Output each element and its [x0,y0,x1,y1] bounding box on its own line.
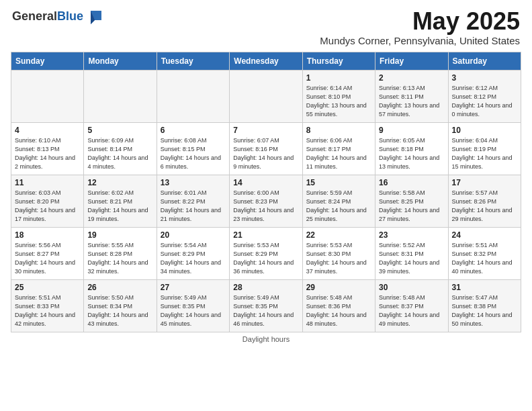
day-info: Sunrise: 6:01 AM Sunset: 8:22 PM Dayligh… [161,189,226,224]
day-info: Sunrise: 5:57 AM Sunset: 8:26 PM Dayligh… [452,189,517,224]
day-number: 28 [233,283,298,292]
day-number: 29 [306,283,371,292]
day-info: Sunrise: 5:56 AM Sunset: 8:27 PM Dayligh… [15,241,80,276]
header-thursday: Thursday [302,52,375,70]
week-row-1: 1Sunrise: 6:14 AM Sunset: 8:10 PM Daylig… [11,70,521,122]
day-number: 6 [161,126,226,135]
day-info: Sunrise: 6:06 AM Sunset: 8:17 PM Dayligh… [306,136,371,171]
header-row: SundayMondayTuesdayWednesdayThursdayFrid… [11,52,521,70]
header-sunday: Sunday [11,52,84,70]
day-info: Sunrise: 5:58 AM Sunset: 8:25 PM Dayligh… [379,189,444,224]
day-info: Sunrise: 5:49 AM Sunset: 8:35 PM Dayligh… [161,293,226,328]
day-info: Sunrise: 6:03 AM Sunset: 8:20 PM Dayligh… [15,189,80,224]
day-info: Sunrise: 5:51 AM Sunset: 8:33 PM Dayligh… [15,293,80,328]
day-cell: 22Sunrise: 5:53 AM Sunset: 8:30 PM Dayli… [302,227,375,279]
day-info: Sunrise: 5:54 AM Sunset: 8:29 PM Dayligh… [161,241,226,276]
calendar-body: 1Sunrise: 6:14 AM Sunset: 8:10 PM Daylig… [11,70,521,332]
day-number: 9 [379,126,444,135]
day-number: 16 [379,178,444,187]
header-friday: Friday [375,52,448,70]
day-cell: 29Sunrise: 5:48 AM Sunset: 8:36 PM Dayli… [302,279,375,332]
day-number: 19 [87,230,152,240]
week-row-5: 25Sunrise: 5:51 AM Sunset: 8:33 PM Dayli… [11,279,521,332]
day-info: Sunrise: 5:48 AM Sunset: 8:36 PM Dayligh… [306,293,371,328]
day-cell: 18Sunrise: 5:56 AM Sunset: 8:27 PM Dayli… [11,227,84,279]
week-row-2: 4Sunrise: 6:10 AM Sunset: 8:13 PM Daylig… [11,122,521,175]
day-info: Sunrise: 5:48 AM Sunset: 8:37 PM Dayligh… [379,293,444,328]
subtitle: Mundys Corner, Pennsylvania, United Stat… [320,35,520,46]
day-info: Sunrise: 5:47 AM Sunset: 8:38 PM Dayligh… [452,293,517,328]
day-info: Sunrise: 5:55 AM Sunset: 8:28 PM Dayligh… [87,241,152,276]
day-number: 10 [452,126,517,135]
day-cell: 15Sunrise: 5:59 AM Sunset: 8:24 PM Dayli… [302,175,375,227]
logo-icon [85,8,103,26]
day-cell: 26Sunrise: 5:50 AM Sunset: 8:34 PM Dayli… [84,279,157,332]
day-info: Sunrise: 5:59 AM Sunset: 8:24 PM Dayligh… [306,189,371,224]
day-cell [84,70,157,122]
day-info: Sunrise: 5:53 AM Sunset: 8:29 PM Dayligh… [233,241,298,276]
footer: Daylight hours [0,332,532,345]
day-cell [230,70,302,122]
day-info: Sunrise: 6:09 AM Sunset: 8:14 PM Dayligh… [87,136,152,171]
day-cell: 30Sunrise: 5:48 AM Sunset: 8:37 PM Dayli… [375,279,448,332]
day-cell: 27Sunrise: 5:49 AM Sunset: 8:35 PM Dayli… [157,279,229,332]
header: GeneralBlue May 2025 Mundys Corner, Penn… [0,0,532,52]
day-cell: 4Sunrise: 6:10 AM Sunset: 8:13 PM Daylig… [11,122,84,175]
logo-general-text: General [12,9,57,23]
day-number: 3 [452,73,517,83]
day-cell: 25Sunrise: 5:51 AM Sunset: 8:33 PM Dayli… [11,279,84,332]
day-number: 25 [15,283,80,292]
day-info: Sunrise: 6:10 AM Sunset: 8:13 PM Dayligh… [15,136,80,171]
day-info: Sunrise: 5:52 AM Sunset: 8:31 PM Dayligh… [379,241,444,276]
day-number: 22 [306,230,371,240]
title-block: May 2025 Mundys Corner, Pennsylvania, Un… [320,8,520,46]
calendar-wrapper: SundayMondayTuesdayWednesdayThursdayFrid… [0,52,532,332]
calendar-table: SundayMondayTuesdayWednesdayThursdayFrid… [11,52,521,332]
page-container: GeneralBlue May 2025 Mundys Corner, Penn… [0,0,532,345]
day-cell: 2Sunrise: 6:13 AM Sunset: 8:11 PM Daylig… [375,70,448,122]
week-row-4: 18Sunrise: 5:56 AM Sunset: 8:27 PM Dayli… [11,227,521,279]
day-info: Sunrise: 6:00 AM Sunset: 8:23 PM Dayligh… [233,189,298,224]
day-number: 24 [452,230,517,240]
header-saturday: Saturday [448,52,521,70]
header-monday: Monday [84,52,157,70]
day-cell: 9Sunrise: 6:05 AM Sunset: 8:18 PM Daylig… [375,122,448,175]
header-tuesday: Tuesday [157,52,229,70]
day-cell: 17Sunrise: 5:57 AM Sunset: 8:26 PM Dayli… [448,175,521,227]
day-number: 2 [379,73,444,83]
day-cell: 14Sunrise: 6:00 AM Sunset: 8:23 PM Dayli… [230,175,302,227]
day-cell: 24Sunrise: 5:51 AM Sunset: 8:32 PM Dayli… [448,227,521,279]
day-cell: 13Sunrise: 6:01 AM Sunset: 8:22 PM Dayli… [157,175,229,227]
day-cell: 5Sunrise: 6:09 AM Sunset: 8:14 PM Daylig… [84,122,157,175]
logo-blue-text: Blue [57,9,83,23]
day-cell: 11Sunrise: 6:03 AM Sunset: 8:20 PM Dayli… [11,175,84,227]
day-cell: 3Sunrise: 6:12 AM Sunset: 8:12 PM Daylig… [448,70,521,122]
day-cell [11,70,84,122]
main-title: May 2025 [320,8,520,35]
day-info: Sunrise: 6:07 AM Sunset: 8:16 PM Dayligh… [233,136,298,171]
day-info: Sunrise: 6:04 AM Sunset: 8:19 PM Dayligh… [452,136,517,171]
day-number: 12 [87,178,152,187]
day-number: 8 [306,126,371,135]
day-number: 17 [452,178,517,187]
day-cell: 1Sunrise: 6:14 AM Sunset: 8:10 PM Daylig… [302,70,375,122]
day-number: 7 [233,126,298,135]
logo: GeneralBlue [12,8,103,26]
day-cell: 6Sunrise: 6:08 AM Sunset: 8:15 PM Daylig… [157,122,229,175]
day-cell: 21Sunrise: 5:53 AM Sunset: 8:29 PM Dayli… [230,227,302,279]
day-number: 14 [233,178,298,187]
day-info: Sunrise: 5:51 AM Sunset: 8:32 PM Dayligh… [452,241,517,276]
day-number: 4 [15,126,80,135]
day-number: 26 [87,283,152,292]
day-cell: 28Sunrise: 5:49 AM Sunset: 8:35 PM Dayli… [230,279,302,332]
header-wednesday: Wednesday [230,52,302,70]
calendar-header: SundayMondayTuesdayWednesdayThursdayFrid… [11,52,521,70]
day-cell: 7Sunrise: 6:07 AM Sunset: 8:16 PM Daylig… [230,122,302,175]
day-number: 20 [161,230,226,240]
day-number: 27 [161,283,226,292]
day-number: 18 [15,230,80,240]
day-number: 31 [452,283,517,292]
day-info: Sunrise: 6:13 AM Sunset: 8:11 PM Dayligh… [379,84,444,119]
day-info: Sunrise: 5:50 AM Sunset: 8:34 PM Dayligh… [87,293,152,328]
day-cell: 10Sunrise: 6:04 AM Sunset: 8:19 PM Dayli… [448,122,521,175]
